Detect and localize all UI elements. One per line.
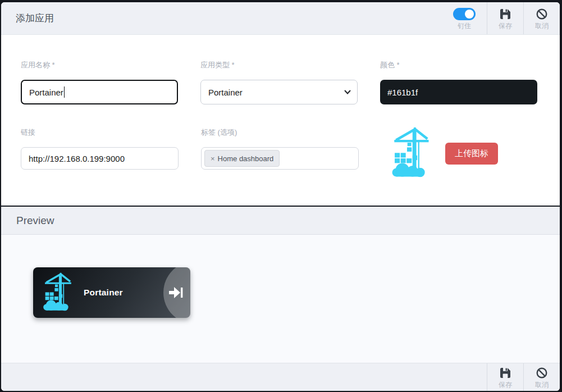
tags-field: 标签 (选项) × Home dashboard	[201, 128, 359, 170]
footer-bar: 保存 取消	[1, 363, 560, 391]
save-button[interactable]: 保存	[487, 2, 523, 34]
application-form: 应用名称 * Portainer 应用类型 * Portainer	[1, 35, 560, 206]
floppy-disk-icon	[499, 367, 511, 379]
footer-spacer	[1, 363, 487, 391]
cancel-circle-icon	[536, 8, 548, 20]
preview-card-title: Portainer	[84, 288, 123, 298]
app-name-label: 应用名称 *	[21, 61, 178, 70]
app-name-value: Portainer	[29, 88, 63, 97]
footer-save-button[interactable]: 保存	[487, 363, 523, 391]
header-bar: 添加应用 钉住 保存 取消	[1, 2, 560, 35]
remove-tag-icon[interactable]: ×	[211, 154, 215, 163]
save-label: 保存	[499, 22, 512, 29]
add-application-dialog: 添加应用 钉住 保存 取消	[1, 2, 560, 391]
app-name-field: 应用名称 * Portainer	[21, 61, 178, 104]
color-input[interactable]	[380, 80, 537, 104]
footer-cancel-label: 取消	[535, 381, 549, 388]
preview-app-card[interactable]: Portainer	[33, 267, 190, 318]
toggle-knob-icon	[465, 10, 474, 19]
app-type-field: 应用类型 * Portainer	[200, 61, 358, 104]
text-caret	[64, 86, 65, 98]
app-name-input[interactable]: Portainer	[21, 80, 178, 104]
tag-chip: × Home dashboard	[204, 150, 280, 167]
color-label: 颜色 *	[380, 61, 537, 70]
enter-arrow-icon	[168, 286, 183, 299]
portainer-logo-icon	[391, 126, 430, 181]
url-input[interactable]	[21, 147, 179, 170]
upload-icon-button[interactable]: 上传图标	[445, 143, 498, 165]
footer-save-label: 保存	[499, 381, 512, 388]
cancel-label: 取消	[535, 22, 549, 29]
icon-upload-cell: 上传图标	[381, 126, 539, 181]
floppy-disk-icon	[499, 8, 511, 20]
tags-label: 标签 (选项)	[201, 128, 359, 137]
footer-cancel-button[interactable]: 取消	[523, 363, 560, 391]
pin-toggle-cell[interactable]: 钉住	[442, 2, 487, 34]
pin-toggle[interactable]	[453, 8, 476, 20]
app-type-select[interactable]: Portainer	[200, 80, 358, 104]
preview-section-header: Preview	[1, 206, 560, 235]
cancel-circle-icon	[536, 367, 548, 379]
form-row-1: 应用名称 * Portainer 应用类型 * Portainer	[1, 61, 560, 104]
pin-label: 钉住	[458, 22, 471, 29]
preview-title: Preview	[16, 215, 54, 227]
app-type-label: 应用类型 *	[200, 61, 358, 70]
portainer-logo-icon	[43, 272, 72, 313]
form-row-2: 链接 标签 (选项) × Home dashboard	[1, 128, 560, 181]
header-spacer	[54, 2, 442, 34]
tag-chip-label: Home dashboard	[218, 154, 274, 163]
color-field: 颜色 *	[380, 61, 537, 104]
url-label: 链接	[21, 128, 179, 137]
page-title: 添加应用	[1, 12, 54, 25]
preview-area: Portainer	[1, 235, 560, 363]
tags-input[interactable]: × Home dashboard	[201, 147, 359, 170]
url-field: 链接	[21, 128, 179, 170]
cancel-button[interactable]: 取消	[523, 2, 560, 34]
